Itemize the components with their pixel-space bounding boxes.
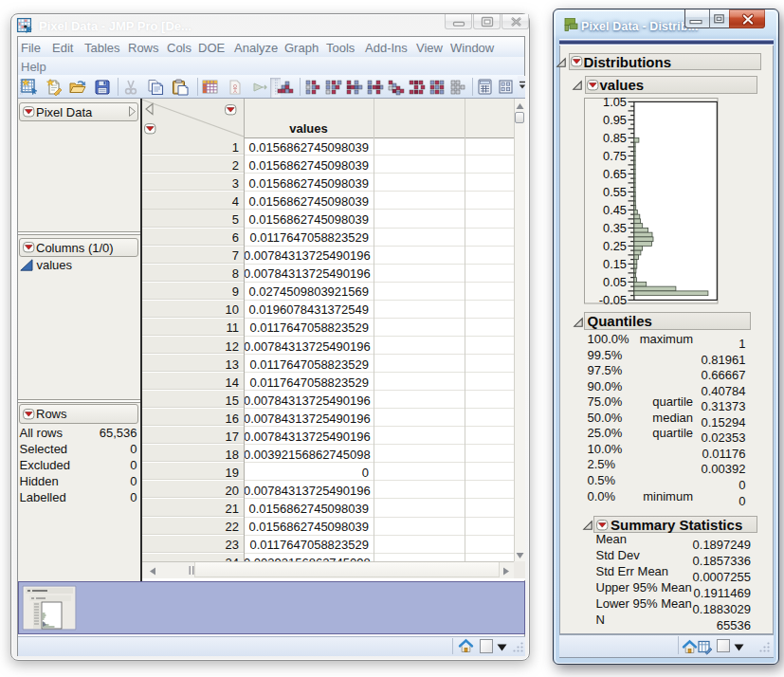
svg-text:0.15: 0.15: [603, 257, 627, 271]
svg-text:0.95: 0.95: [603, 113, 627, 127]
svg-text:0.55: 0.55: [603, 185, 627, 199]
svg-text:0.75: 0.75: [603, 149, 627, 163]
svg-text:0.25: 0.25: [603, 239, 627, 253]
svg-text:0.65: 0.65: [603, 167, 627, 181]
svg-text:-0.05: -0.05: [598, 293, 626, 307]
svg-text:1.05: 1.05: [603, 95, 627, 109]
svg-text:0.85: 0.85: [603, 131, 627, 145]
svg-text:0.35: 0.35: [603, 221, 627, 235]
svg-text:0.45: 0.45: [603, 203, 627, 217]
svg-text:0.05: 0.05: [603, 275, 627, 289]
